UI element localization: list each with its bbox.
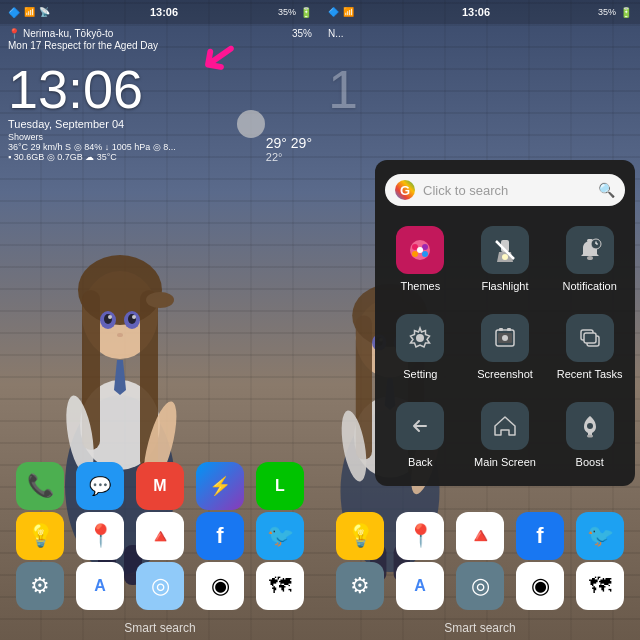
menu-item-notification[interactable]: Notification	[548, 216, 631, 302]
date-left: Mon 17 Respect for the Aged Day	[8, 40, 312, 51]
back-icon	[396, 402, 444, 450]
menu-item-recent-tasks[interactable]: Recent Tasks	[548, 304, 631, 390]
app-chrome-left[interactable]: ◉	[196, 562, 244, 610]
app-browser-left[interactable]: ◎	[136, 562, 184, 610]
screenshot-icon	[481, 314, 529, 362]
back-label: Back	[408, 456, 432, 468]
status-left-icons: 🔷 📶 📡	[8, 7, 50, 18]
svg-point-37	[412, 244, 418, 250]
app-translate-left[interactable]: A	[76, 562, 124, 610]
status-left-icons-right: 🔷 📶	[328, 7, 354, 17]
status-bar-right: 🔷 📶 13:06 35% 🔋	[320, 0, 640, 24]
day-info-left: Tuesday, September 04 Showers 36°C 29 km…	[8, 118, 176, 162]
app-chrome-right[interactable]: ◉	[516, 562, 564, 610]
app-photos-left[interactable]: 🔺	[136, 512, 184, 560]
app-bulb-right[interactable]: 💡	[336, 512, 384, 560]
status-right-icons-right: 35% 🔋	[598, 7, 632, 18]
wifi-icon: 📡	[39, 7, 50, 17]
status-time-right: 13:06	[462, 6, 490, 18]
svg-point-41	[417, 247, 423, 253]
smart-search-left: Smart search	[0, 621, 320, 635]
menu-item-screenshot[interactable]: Screenshot	[464, 304, 547, 390]
svg-point-13	[117, 333, 123, 337]
svg-point-6	[146, 292, 174, 308]
bluetooth-icon-right: 🔷	[328, 7, 339, 17]
app-sms-left[interactable]: 💬	[76, 462, 124, 510]
battery-icon-right: 🔋	[620, 7, 632, 18]
battery-pct-left: 35%	[278, 7, 296, 17]
day-date-left: Tuesday, September 04	[8, 118, 176, 130]
app-maps-right[interactable]: 📍	[396, 512, 444, 560]
search-submit-icon[interactable]: 🔍	[598, 182, 615, 198]
right-phone-panel: 🔷 📶 13:06 35% 🔋 N... 1 G Click to search…	[320, 0, 640, 640]
app-twitter-right[interactable]: 🐦	[576, 512, 624, 560]
weather-details-left: 36°C 29 km/h S ◎ 84% ↓ 1005 hPa ◎ 8...	[8, 142, 176, 152]
svg-marker-14	[114, 360, 126, 395]
svg-point-12	[132, 315, 136, 319]
svg-point-56	[502, 335, 508, 341]
app-settings-left[interactable]: ⚙	[16, 562, 64, 610]
svg-point-11	[108, 315, 112, 319]
boost-icon	[566, 402, 614, 450]
flashlight-icon	[481, 226, 529, 274]
google-logo: G	[395, 180, 415, 200]
app-row-1-right: 💡 📍 🔺 f 🐦	[320, 512, 640, 560]
context-menu-grid: Themes Flashlight	[375, 216, 635, 478]
app-settings-right[interactable]: ⚙	[336, 562, 384, 610]
flashlight-label: Flashlight	[481, 280, 528, 292]
battery-pct-right: 35%	[598, 7, 616, 17]
app-row-1-left: 📞 💬 M ⚡ L	[0, 462, 320, 510]
setting-label: Setting	[403, 368, 437, 380]
app-phone-left[interactable]: 📞	[16, 462, 64, 510]
status-bar-left: 🔷 📶 📡 13:06 35% 🔋	[0, 0, 320, 24]
svg-point-61	[587, 423, 593, 429]
storage-left: ▪ 30.6GB ◎ 0.7GB ☁ 35°C	[8, 152, 176, 162]
big-time-right: 1	[328, 58, 358, 120]
temp-value-left: 29° 29°	[266, 135, 312, 151]
menu-item-setting[interactable]: Setting	[379, 304, 462, 390]
app-maps2-left[interactable]: 🗺	[256, 562, 304, 610]
themes-label: Themes	[400, 280, 440, 292]
circle-dot	[237, 110, 265, 138]
svg-point-51	[416, 334, 424, 342]
svg-rect-53	[499, 328, 503, 331]
app-messenger-left[interactable]: ⚡	[196, 462, 244, 510]
themes-icon	[396, 226, 444, 274]
big-time-left: 13:06	[8, 58, 143, 120]
app-row-2-right: ⚙ A ◎ ◉ 🗺	[320, 562, 640, 610]
context-search-bar[interactable]: G Click to search 🔍	[385, 174, 625, 206]
screenshot-label: Screenshot	[477, 368, 533, 380]
signal-icon: 📶	[24, 7, 35, 17]
menu-item-main-screen[interactable]: Main Screen	[464, 392, 547, 478]
battery-icon-left: 🔋	[300, 7, 312, 18]
signal-icon-right: 📶	[343, 7, 354, 17]
app-facebook-left[interactable]: f	[196, 512, 244, 560]
svg-rect-59	[584, 333, 596, 343]
app-bulb-left[interactable]: 💡	[16, 512, 64, 560]
recent-tasks-label: Recent Tasks	[557, 368, 623, 380]
app-maps-left[interactable]: 📍	[76, 512, 124, 560]
left-phone-panel: ➜ 🔷 📶 📡 13:06 35% 🔋 📍 Nerima-ku, Tōkyō-t…	[0, 0, 320, 640]
app-gmail-left[interactable]: M	[136, 462, 184, 510]
app-line-left[interactable]: L	[256, 462, 304, 510]
status-right-icons: 35% 🔋	[278, 7, 312, 18]
app-translate-right[interactable]: A	[396, 562, 444, 610]
bluetooth-icon: 🔷	[8, 7, 20, 18]
app-browser-right[interactable]: ◎	[456, 562, 504, 610]
notification-icon	[566, 226, 614, 274]
recent-tasks-icon	[566, 314, 614, 362]
location-left: 📍 Nerima-ku, Tōkyō-to 35%	[8, 28, 312, 39]
menu-item-back[interactable]: Back	[379, 392, 462, 478]
info-bar-left: 📍 Nerima-ku, Tōkyō-to 35% Mon 17 Respect…	[8, 28, 312, 51]
menu-item-flashlight[interactable]: Flashlight	[464, 216, 547, 302]
app-twitter-left[interactable]: 🐦	[256, 512, 304, 560]
location-pin-icon: 📍	[8, 28, 20, 39]
menu-item-boost[interactable]: Boost	[548, 392, 631, 478]
app-facebook-right[interactable]: f	[516, 512, 564, 560]
svg-rect-54	[507, 328, 511, 331]
menu-item-themes[interactable]: Themes	[379, 216, 462, 302]
location-short-right: N...	[328, 28, 344, 39]
app-photos-right[interactable]: 🔺	[456, 512, 504, 560]
app-maps2-right[interactable]: 🗺	[576, 562, 624, 610]
svg-point-39	[412, 251, 418, 257]
